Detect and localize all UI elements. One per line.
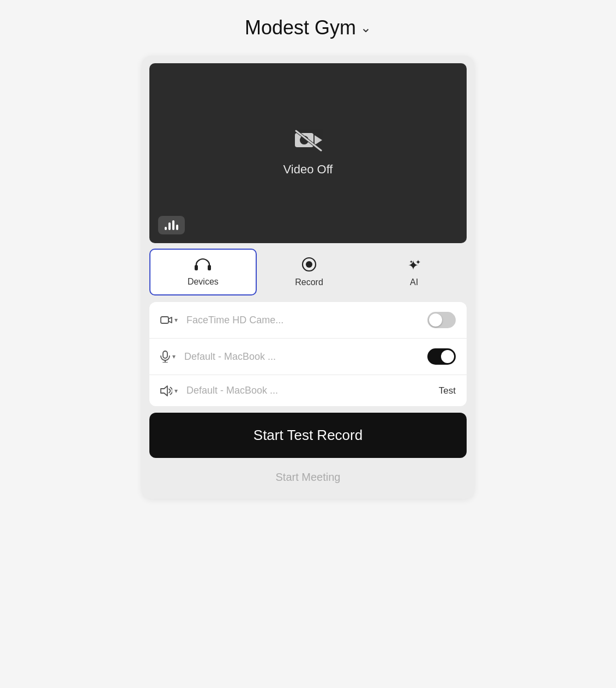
bottom-section: Start Meeting [142, 458, 474, 499]
main-card: Video Off Devices [142, 56, 474, 499]
camera-toggle-knob [429, 313, 442, 327]
video-preview: Video Off [149, 63, 467, 243]
audio-bar-2 [168, 222, 171, 230]
start-test-record-button[interactable]: Start Test Record [149, 413, 467, 458]
camera-toggle[interactable] [427, 312, 456, 328]
mic-device-row: ▾ Default - MacBook ... [149, 339, 467, 375]
tab-record[interactable]: Record [257, 249, 362, 295]
mic-toggle-knob [441, 350, 454, 363]
mic-chevron-icon: ▾ [172, 353, 176, 360]
sparkle-icon: ✦ ✦ ✦ [407, 257, 422, 274]
tab-devices[interactable]: Devices [149, 249, 257, 295]
tab-devices-label: Devices [188, 277, 219, 287]
mic-device-name: Default - MacBook ... [181, 351, 422, 363]
title-text: Modest Gym [245, 16, 356, 39]
tabs-container: Devices Record ✦ ✦ ✦ AI [142, 243, 474, 295]
camera-device-selector[interactable]: ▾ [160, 315, 178, 325]
video-off-label: Video Off [283, 162, 333, 177]
camera-chevron-icon: ▾ [174, 316, 178, 324]
svg-rect-6 [208, 265, 211, 270]
svg-marker-2 [315, 135, 322, 145]
svg-marker-17 [161, 386, 167, 396]
devices-panel: ▾ FaceTime HD Came... ▾ Default - MacBoo… [149, 302, 467, 406]
start-meeting-button[interactable]: Start Meeting [142, 458, 474, 497]
speaker-device-row: ▾ Default - MacBook ... Test [149, 375, 467, 406]
audio-bar-3 [172, 220, 174, 230]
speaker-test-label[interactable]: Test [439, 385, 456, 396]
app-title: Modest Gym ⌄ [245, 16, 371, 39]
audio-bar-4 [176, 225, 178, 230]
audio-bars [165, 220, 178, 230]
tab-ai[interactable]: ✦ ✦ ✦ AI [361, 249, 467, 295]
svg-point-8 [306, 261, 312, 268]
camera-device-name: FaceTime HD Came... [183, 315, 422, 326]
svg-rect-5 [195, 265, 198, 270]
svg-text:✦: ✦ [409, 259, 413, 264]
audio-bar-1 [165, 227, 167, 230]
camera-device-row: ▾ FaceTime HD Came... [149, 302, 467, 339]
tab-ai-label: AI [410, 277, 418, 287]
svg-rect-12 [161, 317, 168, 323]
svg-rect-14 [163, 351, 167, 358]
speaker-device-selector[interactable]: ▾ [160, 385, 178, 396]
mic-device-selector[interactable]: ▾ [160, 351, 176, 363]
video-off-icon [294, 130, 322, 157]
speaker-device-name: Default - MacBook ... [183, 385, 433, 396]
speaker-chevron-icon: ▾ [174, 387, 178, 395]
chevron-down-icon[interactable]: ⌄ [360, 20, 371, 35]
tab-record-label: Record [295, 277, 323, 287]
headphones-icon [195, 257, 211, 274]
audio-indicator[interactable] [158, 216, 185, 234]
mic-toggle[interactable] [427, 348, 456, 365]
svg-text:✦: ✦ [415, 258, 421, 266]
record-icon [301, 257, 317, 274]
